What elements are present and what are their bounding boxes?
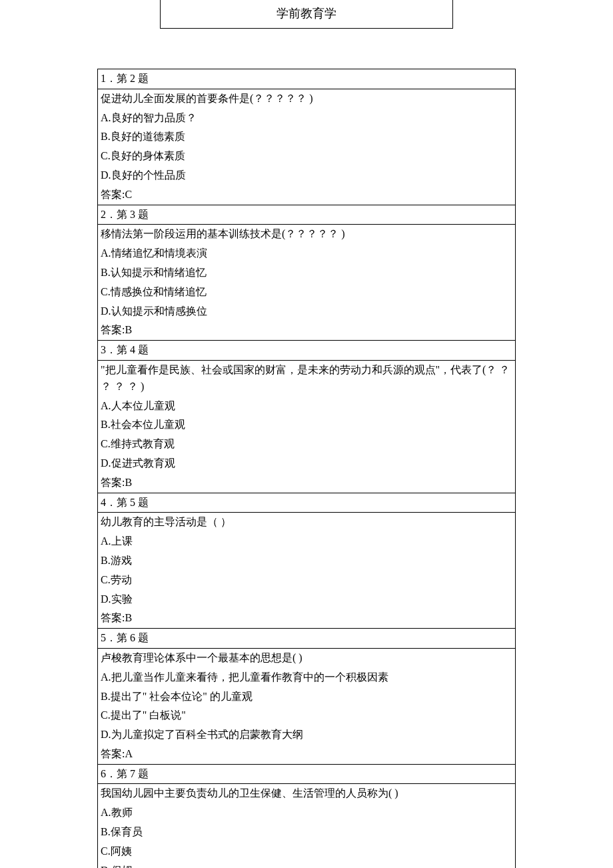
question-option: C.劳动 [98, 571, 516, 590]
question-header: 4．第 5 题 [98, 493, 516, 513]
question-option: B.良好的道德素质 [98, 127, 516, 147]
question-option: A.良好的智力品质？ [98, 109, 516, 128]
question-header: 1．第 2 题 [98, 69, 516, 89]
question-option: A.上课 [98, 532, 516, 551]
question-prompt: "把儿童看作是民族、社会或国家的财富，是未来的劳动力和兵源的观点"，代表了(？ … [98, 360, 516, 396]
question-prompt: 促进幼儿全面发展的首要条件是(？？？？？ ) [98, 89, 516, 108]
question-answer: 答案:B [98, 473, 516, 493]
question-header: 6．第 7 题 [98, 764, 516, 784]
question-prompt: 幼儿教育的主导活动是（ ） [98, 513, 516, 532]
question-header: 5．第 6 题 [98, 629, 516, 649]
question-prompt: 卢梭教育理论体系中一个最基本的思想是( ) [98, 648, 516, 667]
question-prompt: 移情法第一阶段运用的基本训练技术是(？？？？？ ) [98, 225, 516, 244]
question-option: B.认知提示和情绪追忆 [98, 263, 516, 283]
page-title: 学前教育学 [160, 0, 453, 29]
question-option: D.良好的个性品质 [98, 166, 516, 185]
question-option: D.为儿童拟定了百科全书式的启蒙教育大纲 [98, 725, 516, 745]
question-option: A.教师 [98, 803, 516, 823]
question-option: C.情感换位和情绪追忆 [98, 283, 516, 302]
question-option: D.促进式教育观 [98, 454, 516, 473]
question-option: B.游戏 [98, 551, 516, 571]
question-option: A.人本位儿童观 [98, 397, 516, 416]
question-option: D.保姆 [98, 861, 516, 868]
question-option: D.实验 [98, 590, 516, 609]
question-option: C.维持式教育观 [98, 435, 516, 454]
question-prompt: 我国幼儿园中主要负责幼儿的卫生保健、生活管理的人员称为( ) [98, 784, 516, 803]
question-header: 3．第 4 题 [98, 341, 516, 361]
question-header: 2．第 3 题 [98, 205, 516, 225]
question-option: C.阿姨 [98, 842, 516, 861]
question-answer: 答案:A [98, 745, 516, 764]
question-option: A.情绪追忆和情境表演 [98, 244, 516, 263]
title-text: 学前教育学 [277, 7, 336, 20]
question-option: C.提出了" 白板说" [98, 706, 516, 725]
question-option: A.把儿童当作儿童来看待，把儿童看作教育中的一个积极因素 [98, 668, 516, 687]
question-option: C.良好的身体素质 [98, 147, 516, 166]
question-answer: 答案:C [98, 185, 516, 205]
question-answer: 答案:B [98, 609, 516, 628]
question-option: B.保育员 [98, 823, 516, 842]
question-table: 1．第 2 题促进幼儿全面发展的首要条件是(？？？？？ )A.良好的智力品质？B… [97, 69, 516, 868]
question-answer: 答案:B [98, 321, 516, 340]
question-option: B.社会本位儿童观 [98, 415, 516, 435]
question-option: D.认知提示和情感换位 [98, 302, 516, 321]
question-option: B.提出了" 社会本位论" 的儿童观 [98, 687, 516, 707]
